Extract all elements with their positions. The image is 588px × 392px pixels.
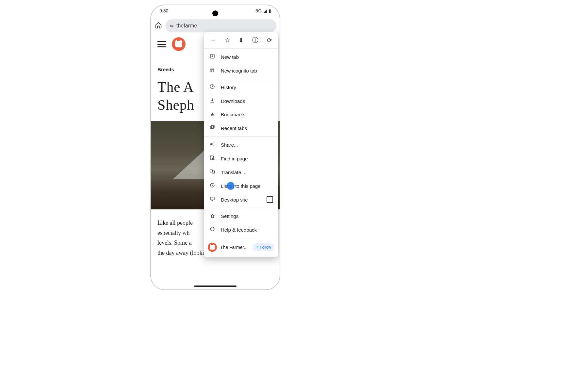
battery-icon: ▮ <box>269 8 271 13</box>
menu-label: Help & feedback <box>221 227 257 233</box>
desktop-checkbox[interactable] <box>267 196 273 203</box>
hamburger-icon[interactable] <box>157 41 166 47</box>
phone-frame: 9:30 5G ◢ ▮ ⇆ thefarme Breeds <box>150 5 280 290</box>
status-right: 5G ◢ ▮ <box>255 8 271 13</box>
menu-share[interactable]: Share... <box>204 138 278 152</box>
network-label: 5G <box>255 8 262 13</box>
menu-incognito[interactable]: New icognito tab <box>204 64 278 77</box>
help-icon <box>209 226 216 233</box>
menu-find[interactable]: Find in page <box>204 152 278 165</box>
menu-label: New tab <box>221 54 239 60</box>
touch-indicator <box>227 182 235 190</box>
signal-icon: ◢ <box>263 8 267 13</box>
follow-button[interactable]: + Follow <box>253 243 274 251</box>
menu-label: Settings <box>221 213 238 219</box>
chrome-overflow-menu: → ☆ ⬇ ⓘ ⟳ New tab New icognito tab <box>204 32 278 257</box>
menu-label: Recent tabs <box>221 125 247 131</box>
site-settings-icon: ⇆ <box>170 23 174 28</box>
menu-label: New icognito tab <box>221 68 257 74</box>
star-icon[interactable]: ☆ <box>225 37 230 44</box>
reload-icon[interactable]: ⟳ <box>267 37 272 44</box>
site-logo[interactable] <box>172 37 186 51</box>
site-favicon <box>208 243 217 252</box>
omnibox[interactable]: ⇆ thefarme <box>165 19 276 32</box>
svg-rect-2 <box>211 125 214 128</box>
translate-icon <box>209 169 216 175</box>
menu-listen[interactable]: Listen to this page <box>204 179 278 193</box>
plus-icon: + <box>256 245 258 250</box>
bookmarks-icon: ★ <box>209 111 216 118</box>
svg-rect-11 <box>210 197 214 200</box>
play-icon <box>209 183 216 189</box>
recent-tabs-icon <box>209 125 216 131</box>
menu-help[interactable]: Help & feedback <box>204 223 278 237</box>
downloads-icon <box>209 98 216 104</box>
menu-bookmarks[interactable]: ★ Bookmarks <box>204 108 278 121</box>
gear-icon: ✿ <box>209 213 216 219</box>
download-icon[interactable]: ⬇ <box>238 37 244 44</box>
menu-label: Translate... <box>221 170 245 175</box>
desktop-icon <box>209 196 216 203</box>
menu-label: Downloads <box>221 98 245 104</box>
menu-settings[interactable]: ✿ Settings <box>204 209 278 223</box>
home-icon[interactable] <box>154 22 163 30</box>
share-icon <box>209 141 216 148</box>
clock: 9:30 <box>159 8 168 13</box>
menu-desktop-site[interactable]: Desktop site <box>204 193 278 206</box>
omnibox-text: thefarme <box>176 23 197 29</box>
menu-label: Share... <box>221 142 238 148</box>
menu-history[interactable]: History <box>204 80 278 94</box>
incognito-icon <box>209 67 216 74</box>
svg-rect-1 <box>210 126 213 128</box>
menu-label: History <box>221 85 236 90</box>
new-tab-icon <box>209 54 216 60</box>
find-icon <box>209 155 216 162</box>
menu-recent-tabs[interactable]: Recent tabs <box>204 121 278 135</box>
follow-label: Follow <box>260 245 271 250</box>
menu-translate[interactable]: Translate... <box>204 165 278 179</box>
menu-follow-site: The Farmer... + Follow <box>204 239 278 254</box>
gesture-bar[interactable] <box>194 286 237 287</box>
menu-label: Desktop site <box>221 197 248 203</box>
menu-label: Bookmarks <box>221 112 245 117</box>
svg-point-7 <box>212 158 214 159</box>
menu-label: Find in page <box>221 156 248 161</box>
menu-new-tab[interactable]: New tab <box>204 50 278 64</box>
history-icon <box>209 84 216 90</box>
follow-site-name: The Farmer... <box>220 245 250 250</box>
forward-icon[interactable]: → <box>210 37 216 44</box>
info-icon[interactable]: ⓘ <box>252 36 258 44</box>
menu-downloads[interactable]: Downloads <box>204 94 278 108</box>
camera-cutout <box>212 10 218 16</box>
